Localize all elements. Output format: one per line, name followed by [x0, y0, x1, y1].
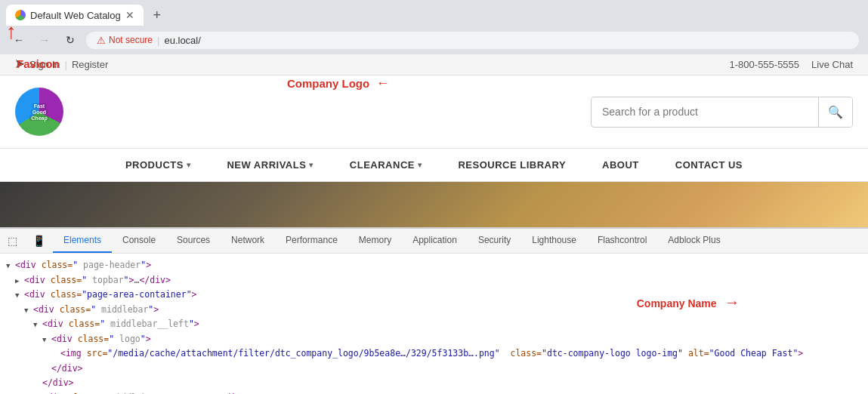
signin-icon: ⮞	[15, 59, 25, 70]
hero-image	[0, 182, 868, 227]
code-line-5: <div class=" middlebar__left">	[6, 317, 862, 332]
code-line-7: <img src="/media/cache/attachment/filter…	[6, 346, 862, 362]
tab-favicon	[15, 10, 26, 20]
url-text: eu.local/	[164, 35, 200, 46]
toggle-middlebar-center[interactable]	[33, 391, 42, 394]
signin-link[interactable]: Sign In	[29, 59, 60, 70]
tab-performance[interactable]: Performance	[275, 229, 348, 253]
tab-elements[interactable]: Elements	[53, 229, 112, 253]
topbar: ⮞ Sign In | Register 1-800-555-5555 Live…	[0, 54, 868, 75]
toggle-middlebar-left[interactable]	[33, 317, 42, 332]
device-tool-button[interactable]: 📱	[25, 229, 53, 253]
code-line-8: </div>	[6, 362, 862, 377]
tab-network[interactable]: Network	[221, 229, 275, 253]
tab-bar: Default Web Catalog ✕ +	[0, 0, 868, 26]
devtools: ⬚ 📱 Elements Console Sources Network Per…	[0, 227, 868, 394]
live-chat-link[interactable]: Live Chat	[811, 59, 853, 70]
code-line-2: <div class=" topbar">…</div>	[6, 273, 862, 288]
tab-adblock-plus[interactable]: Adblock Plus	[657, 229, 731, 253]
logo-fast: Fast	[32, 103, 46, 109]
register-link[interactable]: Register	[72, 59, 108, 70]
tab-application[interactable]: Application	[402, 229, 468, 253]
tab-console[interactable]: Console	[112, 229, 166, 253]
nav-products-chevron: ▾	[187, 161, 191, 169]
nav-clearance-label: CLEARANCE	[350, 159, 415, 171]
code-line-3: <div class="page-area-container">	[6, 288, 862, 303]
hero-banner	[0, 182, 868, 227]
code-line-9: </div>	[6, 376, 862, 391]
code-line-1: <div class=" page-header">	[6, 258, 862, 273]
refresh-button[interactable]: ↻	[60, 30, 80, 50]
devtools-code-view: <div class=" page-header"> <div class=" …	[0, 254, 868, 394]
tab-security[interactable]: Security	[468, 229, 521, 253]
warning-icon: ⚠	[97, 35, 106, 46]
website: ⮞ Sign In | Register 1-800-555-5555 Live…	[0, 54, 868, 227]
logo-text: Fast Good Cheap	[29, 103, 48, 121]
toggle-topbar[interactable]	[15, 273, 24, 288]
logo-cheap: Cheap	[29, 115, 48, 121]
topbar-auth: ⮞ Sign In | Register	[15, 59, 108, 70]
nav-clearance-chevron: ▾	[418, 161, 422, 169]
cursor-tool-button[interactable]: ⬚	[0, 229, 25, 253]
topbar-contact: 1-800-555-5555 Live Chat	[730, 59, 853, 70]
nav-item-clearance[interactable]: CLEARANCE ▾	[332, 149, 440, 181]
website-wrapper: Favicon Company Logo ← ⮞ Sign In | Regis…	[0, 54, 868, 227]
toggle-page-area[interactable]	[15, 288, 24, 303]
pipe-divider: |	[64, 59, 66, 70]
nav-resource-label: RESOURCE LIBRARY	[458, 159, 566, 171]
nav-item-resource-library[interactable]: RESOURCE LIBRARY	[440, 149, 584, 181]
back-button[interactable]: ←	[9, 30, 29, 50]
phone-number: 1-800-555-5555	[730, 59, 800, 70]
devtools-toolbar: ⬚ 📱 Elements Console Sources Network Per…	[0, 229, 868, 254]
devtools-panel: Company Name → ⬚ 📱 Elements Console Sour…	[0, 227, 868, 394]
address-bar: ↑ ← → ↻ ⚠ Not secure | eu.local/	[0, 26, 868, 54]
search-box: 🔍	[591, 97, 853, 128]
url-box[interactable]: ⚠ Not secure | eu.local/	[86, 32, 859, 49]
tab-title: Default Web Catalog	[30, 10, 121, 21]
nav-item-products[interactable]: PRODUCTS ▾	[107, 149, 209, 181]
tab-close-button[interactable]: ✕	[125, 9, 134, 21]
active-tab[interactable]: Default Web Catalog ✕	[6, 5, 144, 26]
tab-sources[interactable]: Sources	[166, 229, 221, 253]
toggle-page-header[interactable]	[6, 258, 15, 273]
toggle-logo-div[interactable]	[42, 332, 51, 347]
nav-products-label: PRODUCTS	[125, 159, 184, 171]
nav-contact-label: CONTACT US	[675, 159, 743, 171]
search-area: 🔍	[591, 97, 853, 128]
tab-memory[interactable]: Memory	[348, 229, 402, 253]
code-line-6: <div class=" logo">	[6, 332, 862, 347]
browser-chrome: Default Web Catalog ✕ + ↑ ← → ↻ ⚠ Not se…	[0, 0, 868, 54]
forward-button[interactable]: →	[35, 30, 54, 50]
logo-area: Fast Good Cheap	[15, 88, 63, 136]
search-button[interactable]: 🔍	[818, 97, 852, 127]
new-tab-button[interactable]: +	[147, 5, 168, 26]
logo-good: Good	[31, 109, 48, 115]
search-input[interactable]	[592, 98, 818, 125]
nav-item-new-arrivals[interactable]: NEW ARRIVALS ▾	[209, 149, 331, 181]
nav-about-label: ABOUT	[602, 159, 639, 171]
tab-flashcontrol[interactable]: Flashcontrol	[587, 229, 657, 253]
code-line-10: <div class=" middlebar__center">…</div>	[6, 391, 862, 394]
nav-item-about[interactable]: ABOUT	[584, 149, 657, 181]
nav-new-arrivals-chevron: ▾	[309, 161, 314, 169]
separator: |	[157, 35, 159, 46]
toggle-middlebar[interactable]	[24, 303, 33, 318]
code-line-4: <div class=" middlebar">	[6, 303, 862, 318]
navbar: PRODUCTS ▾ NEW ARRIVALS ▾ CLEARANCE ▾ RE…	[0, 148, 868, 182]
nav-new-arrivals-label: NEW ARRIVALS	[227, 159, 306, 171]
nav-items: PRODUCTS ▾ NEW ARRIVALS ▾ CLEARANCE ▾ RE…	[0, 149, 868, 181]
nav-item-contact-us[interactable]: CONTACT US	[657, 149, 761, 181]
middlebar: Fast Good Cheap 🔍	[0, 75, 868, 148]
tab-lighthouse[interactable]: Lighthouse	[521, 229, 587, 253]
security-warning: ⚠ Not secure	[97, 35, 153, 46]
company-logo[interactable]: Fast Good Cheap	[15, 88, 63, 136]
